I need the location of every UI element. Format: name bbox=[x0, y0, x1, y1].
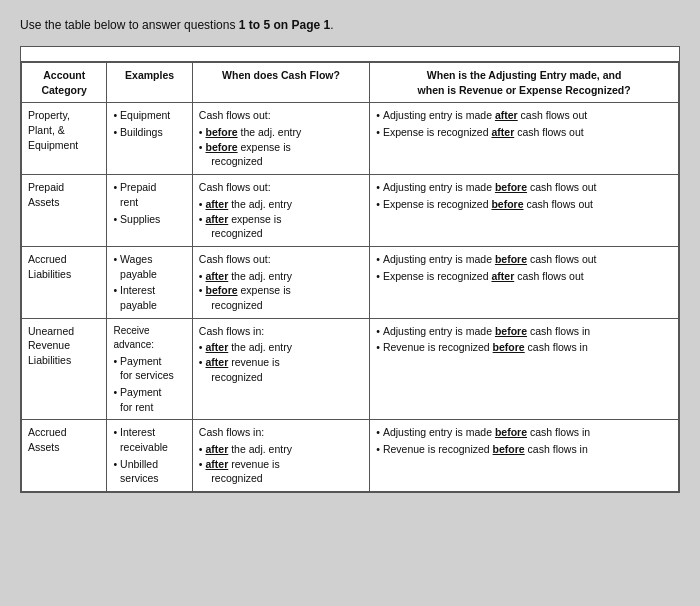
cashflow-cell: Cash flows out:•before the adj. entry•be… bbox=[192, 103, 369, 175]
table-container: AccountCategory Examples When does Cash … bbox=[20, 46, 680, 493]
category-cell: Unearned Revenue Liabilities bbox=[22, 318, 107, 420]
header-col4: When is the Adjusting Entry made, andwhe… bbox=[370, 63, 679, 103]
table-row: Accrued Assets •Interestreceivable•Unbil… bbox=[22, 420, 679, 492]
category-cell: Prepaid Assets bbox=[22, 175, 107, 247]
examples-cell: •Prepaidrent•Supplies bbox=[107, 175, 192, 247]
examples-cell: •Wagespayable•Interestpayable bbox=[107, 246, 192, 318]
cashflow-cell: Cash flows out:•after the adj. entry•bef… bbox=[192, 246, 369, 318]
when-cell: •Adjusting entry is made before cash flo… bbox=[370, 246, 679, 318]
cashflow-cell: Cash flows out:•after the adj. entry•aft… bbox=[192, 175, 369, 247]
bold-range: 1 to 5 on Page 1 bbox=[239, 18, 330, 32]
cashflow-cell: Cash flows in:•after the adj. entry•afte… bbox=[192, 420, 369, 492]
table-row: Property, Plant, & Equipment •Equipment•… bbox=[22, 103, 679, 175]
examples-cell: •Equipment•Buildings bbox=[107, 103, 192, 175]
when-cell: •Adjusting entry is made before cash flo… bbox=[370, 420, 679, 492]
category-cell: Property, Plant, & Equipment bbox=[22, 103, 107, 175]
examples-cell: Receiveadvance:•Paymentfor services•Paym… bbox=[107, 318, 192, 420]
main-table: AccountCategory Examples When does Cash … bbox=[21, 62, 679, 492]
header-col3: When does Cash Flow? bbox=[192, 63, 369, 103]
examples-cell: •Interestreceivable•Unbilledservices bbox=[107, 420, 192, 492]
header-col1: AccountCategory bbox=[22, 63, 107, 103]
category-cell: Accrued Assets bbox=[22, 420, 107, 492]
table-row: Unearned Revenue Liabilities Receiveadva… bbox=[22, 318, 679, 420]
header-row: AccountCategory Examples When does Cash … bbox=[22, 63, 679, 103]
when-cell: •Adjusting entry is made before cash flo… bbox=[370, 175, 679, 247]
table-title bbox=[21, 47, 679, 62]
cashflow-cell: Cash flows in:•after the adj. entry•afte… bbox=[192, 318, 369, 420]
header-col2: Examples bbox=[107, 63, 192, 103]
table-row: Accrued Liabilities •Wagespayable•Intere… bbox=[22, 246, 679, 318]
when-cell: •Adjusting entry is made after cash flow… bbox=[370, 103, 679, 175]
table-row: Prepaid Assets •Prepaidrent•Supplies Cas… bbox=[22, 175, 679, 247]
when-cell: •Adjusting entry is made before cash flo… bbox=[370, 318, 679, 420]
intro-text: Use the table below to answer questions … bbox=[20, 18, 680, 32]
category-cell: Accrued Liabilities bbox=[22, 246, 107, 318]
